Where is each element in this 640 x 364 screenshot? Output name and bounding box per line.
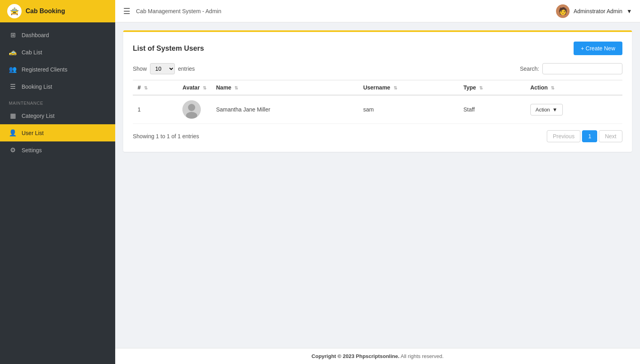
system-title: Cab Management System - Admin	[136, 8, 550, 14]
sidebar-item-label: Category List	[22, 113, 54, 119]
search-box: Search:	[520, 63, 622, 74]
hamburger-icon[interactable]: ☰	[123, 6, 130, 16]
row-username: sam	[358, 95, 458, 124]
entries-select[interactable]: 10 25 50 100	[150, 63, 175, 74]
admin-menu[interactable]: 🧑 Adminstrator Admin ▼	[556, 4, 632, 18]
sidebar-item-label: User List	[22, 130, 44, 136]
page-title: List of System Users	[133, 44, 204, 53]
sidebar-item-booking-list[interactable]: ☰ Booking List	[0, 78, 115, 95]
app-name: Cab Booking	[26, 8, 65, 15]
action-caret-icon: ▼	[552, 107, 558, 113]
sort-avatar-icon: ⇅	[203, 86, 206, 90]
sidebar-item-registered-clients[interactable]: 👥 Registered Clients	[0, 61, 115, 78]
col-num[interactable]: # ⇅	[133, 80, 178, 95]
main-wrapper: ☰ Cab Management System - Admin 🧑 Admins…	[115, 0, 640, 364]
cab-icon: 🚕	[9, 48, 17, 56]
avatar	[182, 100, 201, 119]
clients-icon: 👥	[9, 66, 17, 73]
sort-action-icon: ⇅	[551, 86, 554, 90]
sidebar-item-label: Dashboard	[22, 32, 49, 38]
row-type: Staff	[458, 95, 525, 124]
sort-type-icon: ⇅	[479, 86, 483, 90]
users-table: # ⇅ Avatar ⇅ Name ⇅ Username	[133, 80, 622, 124]
row-avatar	[178, 95, 211, 124]
row-action: Action ▼	[526, 95, 622, 124]
pagination-info: Showing 1 to 1 of 1 entries	[133, 133, 199, 139]
sidebar-item-label: Booking List	[22, 84, 52, 90]
col-action: Action ⇅	[526, 80, 622, 95]
sidebar-item-settings[interactable]: ⚙ Settings	[0, 141, 115, 159]
sort-name-icon: ⇅	[234, 86, 238, 90]
table-header-row: # ⇅ Avatar ⇅ Name ⇅ Username	[133, 80, 622, 95]
entries-label: entries	[178, 66, 195, 72]
sidebar-nav: ⊞ Dashboard 🚕 Cab List 👥 Registered Clie…	[0, 22, 115, 364]
sidebar-item-cab-list[interactable]: 🚕 Cab List	[0, 44, 115, 61]
topbar: ☰ Cab Management System - Admin 🧑 Admins…	[115, 0, 640, 22]
previous-button[interactable]: Previous	[547, 130, 580, 142]
page-1-button[interactable]: 1	[582, 130, 597, 142]
show-entries-control: Show 10 25 50 100 entries	[133, 63, 195, 74]
search-label: Search:	[520, 66, 539, 72]
pagination-area: Showing 1 to 1 of 1 entries Previous 1 N…	[133, 130, 622, 142]
table-controls: Show 10 25 50 100 entries Search:	[133, 63, 622, 74]
show-label: Show	[133, 66, 147, 72]
col-avatar[interactable]: Avatar ⇅	[178, 80, 211, 95]
sidebar: 🚖 Cab Booking ⊞ Dashboard 🚕 Cab List 👥 R…	[0, 0, 115, 364]
col-type[interactable]: Type ⇅	[458, 80, 525, 95]
settings-icon: ⚙	[9, 146, 17, 154]
pagination-buttons: Previous 1 Next	[547, 130, 622, 142]
row-num: 1	[133, 95, 178, 124]
sidebar-item-label: Registered Clients	[22, 66, 67, 73]
main-card: List of System Users + Create New Show 1…	[123, 30, 632, 152]
sidebar-item-user-list[interactable]: 👤 User List	[0, 124, 115, 141]
row-name: Samantha Jane Miller	[211, 95, 358, 124]
action-dropdown-button[interactable]: Action ▼	[530, 104, 563, 115]
dashboard-icon: ⊞	[9, 31, 17, 39]
sort-username-icon: ⇅	[394, 86, 397, 90]
footer: Copyright © 2023 Phpscriptsonline. All r…	[115, 348, 640, 364]
sidebar-item-dashboard[interactable]: ⊞ Dashboard	[0, 26, 115, 44]
svg-point-1	[188, 104, 195, 111]
maintenance-section-label: Maintenance	[0, 95, 115, 107]
next-button[interactable]: Next	[599, 130, 622, 142]
admin-avatar-icon: 🧑	[556, 4, 570, 18]
admin-name: Adminstrator Admin	[574, 8, 622, 14]
admin-dropdown-icon: ▼	[626, 8, 632, 14]
card-header: List of System Users + Create New	[133, 42, 622, 55]
footer-copyright: Copyright © 2023 Phpscriptsonline. All r…	[312, 353, 444, 359]
col-name[interactable]: Name ⇅	[211, 80, 358, 95]
sidebar-item-label: Settings	[22, 147, 42, 153]
col-username[interactable]: Username ⇅	[358, 80, 458, 95]
content-area: List of System Users + Create New Show 1…	[115, 22, 640, 348]
table-row: 1 Samantha Jane Miller sam Staff Action …	[133, 95, 622, 124]
sidebar-header: 🚖 Cab Booking	[0, 0, 115, 22]
sidebar-item-label: Cab List	[22, 49, 42, 56]
search-input[interactable]	[542, 63, 622, 74]
user-list-icon: 👤	[9, 129, 17, 137]
app-logo-icon: 🚖	[7, 4, 22, 18]
category-icon: ▦	[9, 112, 17, 119]
sidebar-item-category-list[interactable]: ▦ Category List	[0, 107, 115, 124]
create-new-button[interactable]: + Create New	[574, 42, 622, 55]
sort-num-icon: ⇅	[144, 86, 148, 90]
booking-icon: ☰	[9, 83, 17, 90]
